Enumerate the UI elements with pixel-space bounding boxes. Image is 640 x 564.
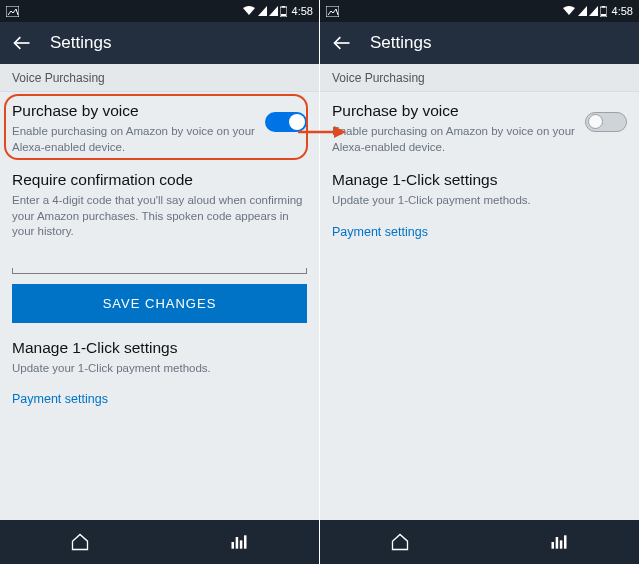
battery-icon (280, 6, 287, 17)
manage-1click-row: Manage 1-Click settings Update your 1-Cl… (320, 167, 639, 221)
page-title: Settings (50, 33, 111, 53)
manage-title: Manage 1-Click settings (12, 339, 307, 357)
bottom-nav (0, 520, 319, 564)
signal-icon (269, 6, 278, 16)
manage-title: Manage 1-Click settings (332, 171, 627, 189)
content-left: Purchase by voice Enable purchasing on A… (0, 92, 319, 520)
manage-desc: Update your 1-Click payment methods. (332, 193, 627, 209)
purchase-by-voice-row: Purchase by voice Enable purchasing on A… (320, 92, 639, 167)
code-input[interactable] (12, 268, 307, 274)
payment-settings-link[interactable]: Payment settings (320, 221, 639, 239)
manage-desc: Update your 1-Click payment methods. (12, 361, 307, 377)
bottom-nav (320, 520, 639, 564)
svg-marker-1 (258, 6, 267, 16)
appbar: Settings (320, 22, 639, 64)
content-right: Purchase by voice Enable purchasing on A… (320, 92, 639, 520)
svg-rect-16 (601, 14, 606, 16)
save-changes-button[interactable]: SAVE CHANGES (12, 284, 307, 323)
confirm-title: Require confirmation code (12, 171, 307, 189)
purchase-title: Purchase by voice (332, 102, 575, 120)
section-header: Voice Purchasing (0, 64, 319, 92)
confirm-code-row: Require confirmation code Enter a 4-digi… (0, 167, 319, 252)
home-icon[interactable] (390, 532, 410, 552)
wifi-icon (562, 6, 576, 16)
signal-icon (258, 6, 267, 16)
svg-rect-7 (232, 542, 235, 549)
statusbar: 4:58 (0, 0, 319, 22)
manage-1click-row: Manage 1-Click settings Update your 1-Cl… (0, 323, 319, 389)
svg-marker-12 (578, 6, 587, 16)
signal-icon (589, 6, 598, 16)
signal-icon (578, 6, 587, 16)
wifi-icon (242, 6, 256, 16)
svg-rect-8 (236, 537, 239, 549)
svg-marker-2 (269, 6, 278, 16)
svg-rect-18 (552, 542, 555, 549)
equalizer-icon[interactable] (229, 532, 249, 552)
page-title: Settings (370, 33, 431, 53)
home-icon[interactable] (70, 532, 90, 552)
equalizer-icon[interactable] (549, 532, 569, 552)
purchase-toggle[interactable] (265, 112, 307, 132)
confirm-desc: Enter a 4-digit code that you'll say alo… (12, 193, 307, 240)
purchase-title: Purchase by voice (12, 102, 255, 120)
purchase-toggle[interactable] (585, 112, 627, 132)
image-icon (326, 6, 339, 17)
svg-rect-20 (560, 540, 563, 548)
purchase-by-voice-row: Purchase by voice Enable purchasing on A… (0, 92, 319, 167)
svg-rect-9 (240, 540, 243, 548)
appbar: Settings (0, 22, 319, 64)
back-icon[interactable] (332, 33, 352, 53)
statusbar: 4:58 (320, 0, 639, 22)
phone-right: 4:58 Settings Voice Purchasing Purchase … (320, 0, 640, 564)
svg-rect-19 (556, 537, 559, 549)
svg-rect-15 (602, 6, 605, 8)
status-time: 4:58 (612, 5, 633, 17)
svg-rect-4 (282, 6, 285, 8)
purchase-desc: Enable purchasing on Amazon by voice on … (332, 124, 575, 155)
svg-rect-5 (281, 14, 286, 16)
svg-rect-10 (244, 535, 247, 548)
purchase-desc: Enable purchasing on Amazon by voice on … (12, 124, 255, 155)
section-header: Voice Purchasing (320, 64, 639, 92)
status-time: 4:58 (292, 5, 313, 17)
phone-left: 4:58 Settings Voice Purchasing Purchase … (0, 0, 320, 564)
image-icon (6, 6, 19, 17)
svg-marker-13 (589, 6, 598, 16)
battery-icon (600, 6, 607, 17)
svg-rect-21 (564, 535, 567, 548)
payment-settings-link[interactable]: Payment settings (0, 388, 319, 406)
back-icon[interactable] (12, 33, 32, 53)
